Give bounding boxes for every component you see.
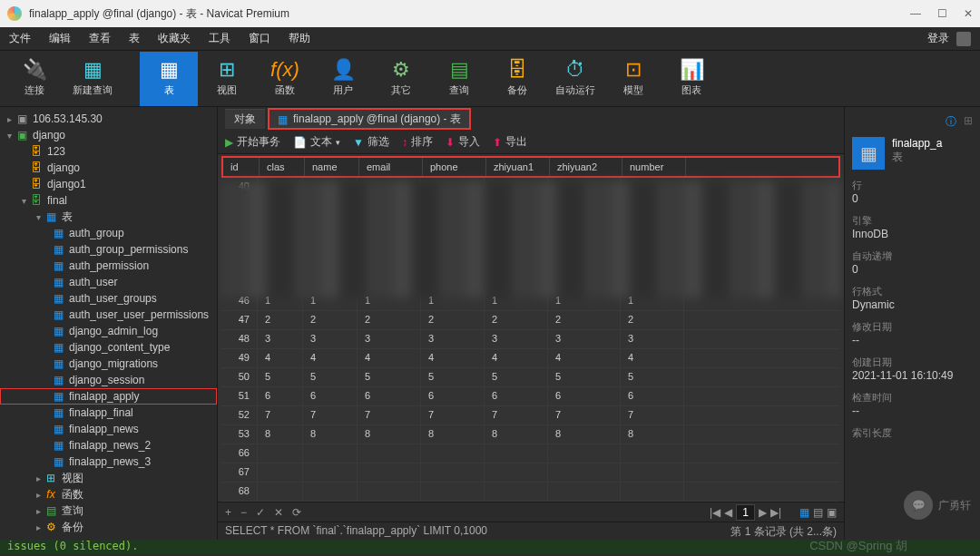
table-button[interactable]: ▦表 — [140, 52, 198, 106]
maximize-button[interactable]: ☐ — [937, 7, 947, 20]
view-button[interactable]: ⊞视图 — [198, 52, 256, 106]
minimize-button[interactable]: — — [910, 7, 921, 20]
table-row[interactable]: 527777777 — [221, 406, 840, 425]
import-button[interactable]: ⬇导入 — [446, 134, 480, 150]
chart-button[interactable]: 📊图表 — [662, 52, 720, 106]
tree-table-django_session[interactable]: ▦django_session — [0, 372, 217, 388]
tree-backup-node[interactable]: ▸⚙备份 — [0, 519, 217, 535]
query-button[interactable]: ▤查询 — [430, 52, 488, 106]
insp-modified-value: -- — [852, 334, 973, 346]
table-row[interactable]: 472222222 — [221, 311, 840, 330]
connect-button[interactable]: 🔌连接 — [5, 52, 64, 106]
tree-fx-node[interactable]: ▸fx函数 — [0, 486, 217, 502]
tree-db-final[interactable]: ▾🗄final — [0, 192, 217, 209]
tab-objects[interactable]: 对象 — [225, 109, 265, 129]
cancel-button[interactable]: ✕ — [274, 506, 283, 519]
page-input[interactable]: 1 — [736, 504, 755, 521]
table-row[interactable]: 66 — [221, 444, 840, 463]
tree-table-finalapp_apply[interactable]: ▦finalapp_apply — [0, 388, 217, 405]
menu-help[interactable]: 帮助 — [289, 31, 310, 46]
grid-view-icon[interactable]: ▦ — [799, 506, 809, 519]
menu-edit[interactable]: 编辑 — [49, 31, 71, 46]
backup-button[interactable]: 🗄备份 — [488, 52, 546, 106]
tree-db-123[interactable]: 🗄123 — [0, 143, 217, 160]
filter-button[interactable]: ▼筛选 — [353, 134, 389, 150]
last-page-button[interactable]: ▶| — [770, 506, 781, 519]
user-button[interactable]: 👤用户 — [314, 52, 372, 106]
col-clas[interactable]: clas — [260, 158, 305, 176]
new-query-button[interactable]: ▦新建查询 — [64, 52, 122, 106]
export-button[interactable]: ⬆导出 — [493, 134, 527, 150]
other-button[interactable]: ⚙其它 — [372, 52, 430, 106]
table-row[interactable]: 68 — [221, 483, 840, 502]
col-number[interactable]: number — [622, 158, 686, 176]
text-button[interactable]: 📄文本▾ — [293, 134, 340, 150]
table-row[interactable]: 494444444 — [221, 349, 840, 368]
tree-table-auth_group_permissions[interactable]: ▦auth_group_permissions — [0, 241, 217, 258]
first-page-button[interactable]: |◀ — [710, 506, 720, 519]
menu-view[interactable]: 查看 — [89, 31, 111, 46]
add-row-button[interactable]: + — [225, 506, 231, 519]
col-phone[interactable]: phone — [423, 158, 486, 176]
tree-table-django_migrations[interactable]: ▦django_migrations — [0, 356, 217, 372]
col-name[interactable]: name — [305, 158, 359, 176]
table-row[interactable]: 505555555 — [221, 368, 840, 387]
tree-table-django_content_type[interactable]: ▦django_content_type — [0, 339, 217, 356]
delete-row-button[interactable]: − — [240, 506, 247, 519]
sort-button[interactable]: ↕排序 — [402, 134, 433, 150]
menu-window[interactable]: 窗口 — [249, 31, 270, 46]
csdn-watermark: CSDN @Spring 胡 — [809, 538, 907, 554]
function-button[interactable]: f(x)函数 — [256, 52, 314, 106]
tree-table-auth_permission[interactable]: ▦auth_permission — [0, 258, 217, 274]
model-button[interactable]: ⊡模型 — [604, 52, 662, 106]
tree-table-finalapp_final[interactable]: ▦finalapp_final — [0, 405, 217, 421]
tree-table-auth_user[interactable]: ▦auth_user — [0, 274, 217, 290]
tree-views-node[interactable]: ▸⊞视图 — [0, 470, 217, 486]
info-icon[interactable]: ⓘ — [946, 114, 956, 130]
tab-active-table[interactable]: ▦finalapp_apply @final (django) - 表 — [269, 109, 470, 129]
table-row[interactable]: 516666666 — [221, 387, 840, 406]
menu-favorites[interactable]: 收藏夹 — [158, 31, 191, 46]
next-page-button[interactable]: ▶ — [759, 506, 767, 519]
user-avatar-icon[interactable] — [956, 32, 971, 46]
col-email[interactable]: email — [359, 158, 423, 176]
login-link[interactable]: 登录 — [927, 31, 949, 46]
col-zhiyuan1[interactable]: zhiyuan1 — [486, 158, 550, 176]
prev-page-button[interactable]: ◀ — [724, 506, 732, 519]
tree-server[interactable]: ▸▣106.53.145.30 — [0, 111, 217, 127]
insp-created-value: 2021-11-01 16:10:49 — [852, 369, 973, 382]
col-zhiyuan2[interactable]: zhiyuan2 — [550, 158, 622, 176]
close-button[interactable]: ✕ — [964, 7, 973, 20]
tree-db-django1[interactable]: 🗄django1 — [0, 176, 217, 192]
tree-table-finalapp_news[interactable]: ▦finalapp_news — [0, 421, 217, 437]
menu-tools[interactable]: 工具 — [209, 31, 230, 46]
grid-toggle-icon[interactable]: ⊞ — [964, 114, 973, 130]
refresh-button[interactable]: ⟳ — [292, 506, 301, 519]
redacted-rows — [221, 181, 840, 298]
table-row[interactable]: 67 — [221, 463, 840, 483]
window-title: finalapp_apply @final (django) - 表 - Nav… — [29, 6, 910, 22]
card-view-icon[interactable]: ▣ — [827, 506, 837, 519]
autorun-button[interactable]: ⏱自动运行 — [546, 52, 604, 106]
tree-table-finalapp_news_3[interactable]: ▦finalapp_news_3 — [0, 454, 217, 470]
tree-table-finalapp_news_2[interactable]: ▦finalapp_news_2 — [0, 437, 217, 454]
tree-query-node[interactable]: ▸▤查询 — [0, 502, 217, 519]
table-row[interactable]: 483333333 — [221, 330, 840, 349]
sql-status-bar: SELECT * FROM `final`.`finalapp_apply` L… — [218, 522, 844, 540]
menu-file[interactable]: 文件 — [9, 31, 31, 46]
tree-tables-node[interactable]: ▾▦表 — [0, 209, 217, 225]
col-id[interactable]: id — [223, 158, 260, 176]
commit-button[interactable]: ✓ — [256, 506, 265, 519]
tree-table-auth_user_groups[interactable]: ▦auth_user_groups — [0, 290, 217, 307]
tree-table-auth_user_user_permissions[interactable]: ▦auth_user_user_permissions — [0, 307, 217, 323]
menu-table[interactable]: 表 — [129, 31, 140, 46]
form-view-icon[interactable]: ▤ — [813, 506, 823, 519]
tree-table-django_admin_log[interactable]: ▦django_admin_log — [0, 323, 217, 339]
navigation-tree[interactable]: ▸▣106.53.145.30 ▾▣django 🗄123 🗄django 🗄d… — [0, 107, 218, 540]
tree-django-root[interactable]: ▾▣django — [0, 127, 217, 143]
tree-db-django[interactable]: 🗄django — [0, 160, 217, 176]
tree-table-auth_group[interactable]: ▦auth_group — [0, 225, 217, 241]
begin-transaction-button[interactable]: ▶开始事务 — [225, 134, 280, 150]
table-row[interactable]: 538888888 — [221, 425, 840, 444]
data-grid[interactable]: id clas name email phone zhiyuan1 zhiyua… — [218, 154, 844, 502]
